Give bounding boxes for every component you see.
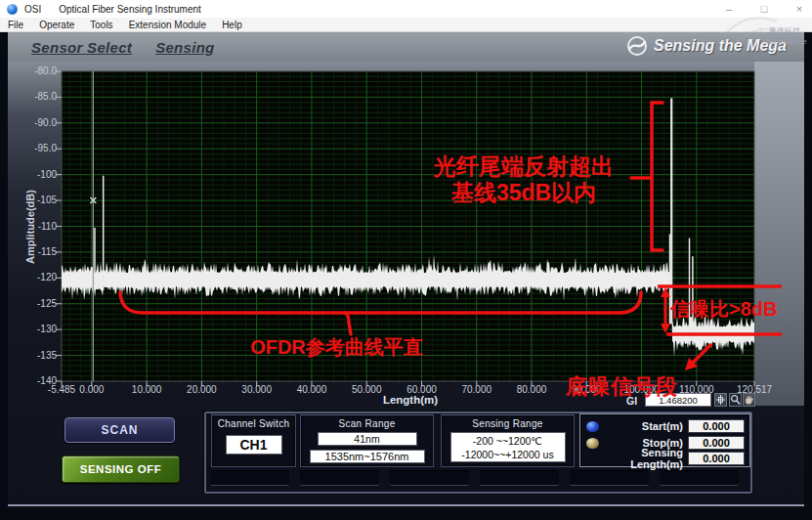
menu-file[interactable]: File [0, 18, 31, 32]
sensing-off-button[interactable]: SENSING OFF [62, 455, 180, 483]
sensing-range-value2: -12000~~+12000 us [451, 448, 565, 461]
menu-extension-module[interactable]: Extension Module [121, 18, 215, 32]
watermark-cn-text: 曼衡科技 [769, 25, 800, 36]
empty-slot [480, 470, 559, 486]
crosshair-tool-icon[interactable] [714, 393, 727, 407]
minimize-button[interactable]: – [722, 0, 736, 18]
annotation-snr: 信噪比>8dB [670, 298, 777, 322]
scan-range-value1[interactable]: 41nm [318, 432, 417, 446]
app-window: OSI Optical Fiber Sensing Instrument – □… [0, 0, 812, 520]
y-tick-label: -135 [20, 350, 57, 361]
y-tick-label: -105 [20, 195, 57, 205]
y-tick-label: -100 [20, 169, 57, 180]
stop-value[interactable]: 0.000 [688, 436, 745, 450]
empty-slot [390, 470, 469, 486]
watermark-en-text: MegaSense [765, 37, 807, 46]
x-tick-label: 30.000 [233, 384, 281, 395]
annotation-tail-reflection: 光纤尾端反射超出 基线35dB以内 [403, 153, 645, 206]
scan-button[interactable]: SCAN [64, 417, 175, 443]
x-tick-label: 80.000 [507, 384, 556, 395]
sensing-length-value[interactable]: 0.000 [688, 452, 745, 465]
app-short-name: OSI [24, 4, 41, 15]
menu-operate[interactable]: Operate [31, 18, 82, 32]
sensing-range-value1: -200 ~~1200℃ [451, 434, 565, 448]
pan-tool-icon[interactable] [743, 393, 755, 407]
brand-swoosh-icon [626, 35, 648, 57]
y-tick-label: -110 [20, 221, 57, 232]
empty-slot [660, 470, 739, 486]
window-title: Optical Fiber Sensing Instrument [59, 4, 201, 15]
tab-sensor-select[interactable]: Sensor Select [31, 39, 132, 56]
y-tick-label: -90.0 [20, 117, 57, 128]
start-marker-icon [586, 421, 599, 432]
brand-logo: Sensing the Mega [626, 35, 787, 57]
x-tick-label: 40.000 [287, 384, 336, 395]
y-tick-label: -120 [20, 272, 57, 282]
x-tick-label: 0.000 [67, 384, 116, 395]
right-margin-shade [754, 62, 804, 406]
y-tick-label: -125 [20, 298, 57, 309]
scan-range-label: Scan Range [301, 418, 433, 429]
y-tick-label: -80.0 [20, 65, 57, 76]
y-tick-label: -85.0 [20, 91, 57, 102]
annotation-tail-reflection-line1: 光纤尾端反射超出 [403, 153, 645, 180]
x-tick-label: 70.000 [452, 384, 501, 395]
y-tick-label: -115 [20, 246, 57, 257]
x-tick-label: 20.000 [177, 384, 226, 395]
channel-switch-label: Channel Switch [212, 418, 295, 429]
channel-switch-value[interactable]: CH1 [226, 435, 282, 455]
annotation-flat-curve: OFDR参考曲线平直 [246, 336, 427, 360]
empty-slot [210, 470, 289, 486]
tab-bar: Sensor Select Sensing Sensing the Mega [8, 32, 804, 62]
y-tick-label: -130 [20, 324, 57, 334]
start-value[interactable]: 0.000 [688, 419, 745, 433]
sensing-range-label: Sensing Range [442, 418, 574, 429]
zoom-tool-icon[interactable] [729, 393, 742, 407]
app-icon [7, 4, 18, 15]
channel-switch-group: Channel Switch CH1 [211, 414, 296, 467]
menu-bar: File Operate Tools Extension Module Help [0, 18, 812, 32]
annotation-noise-floor: 底噪信号段 [566, 374, 678, 400]
annotation-tail-reflection-line2: 基线35dB以内 [403, 180, 645, 206]
start-label: Start(m) [599, 420, 683, 432]
tab-sensing[interactable]: Sensing [155, 39, 214, 56]
sensing-range-value[interactable]: -200 ~~1200℃ -12000~~+12000 us [450, 432, 566, 462]
x-axis-title: Length(m) [371, 394, 449, 406]
maximize-button[interactable]: □ [757, 0, 771, 18]
sensing-length-label: Sensing Length(m) [586, 447, 683, 470]
menu-tools[interactable]: Tools [82, 18, 120, 32]
sensing-range-group: Sensing Range -200 ~~1200℃ -12000~~+1200… [441, 414, 575, 467]
empty-slot-row [210, 470, 739, 486]
empty-slot [300, 470, 379, 486]
title-bar: OSI Optical Fiber Sensing Instrument – □… [0, 0, 812, 18]
scan-range-value2[interactable]: 1535nm~1576nm [310, 450, 425, 463]
scan-range-group: Scan Range 41nm 1535nm~1576nm [300, 414, 434, 467]
y-tick-label: -95.0 [20, 143, 57, 153]
empty-slot [570, 470, 649, 486]
x-tick-label: 10.000 [122, 384, 171, 395]
menu-help[interactable]: Help [214, 18, 250, 32]
close-button[interactable]: × [792, 0, 806, 18]
